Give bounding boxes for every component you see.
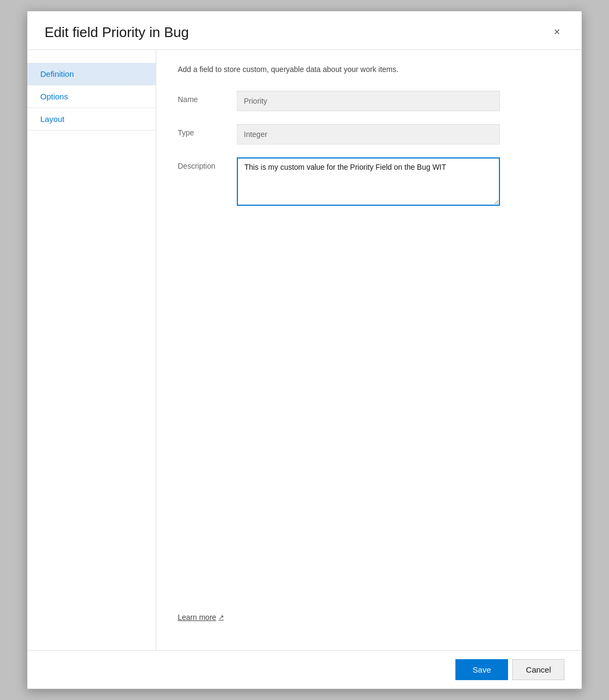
- dialog-header: Edit field Priority in Bug ×: [27, 11, 582, 50]
- dialog-title: Edit field Priority in Bug: [45, 24, 189, 41]
- sidebar: Definition Options Layout: [27, 50, 156, 650]
- description-form-group: Description This is my custom value for …: [178, 157, 560, 206]
- type-input[interactable]: [237, 124, 500, 145]
- description-textarea[interactable]: This is my custom value for the Priority…: [237, 157, 500, 206]
- sidebar-item-options[interactable]: Options: [27, 85, 156, 108]
- type-form-group: Type: [178, 124, 560, 145]
- close-button[interactable]: ×: [549, 24, 564, 39]
- content-description: Add a field to store custom, queryable d…: [178, 65, 560, 74]
- edit-field-dialog: Edit field Priority in Bug × Definition …: [27, 11, 582, 689]
- cancel-button[interactable]: Cancel: [512, 659, 564, 680]
- learn-more-label: Learn more: [178, 613, 216, 622]
- type-label: Type: [178, 124, 237, 137]
- name-input[interactable]: [237, 91, 500, 111]
- name-form-group: Name: [178, 91, 560, 111]
- dialog-footer: Save Cancel: [27, 650, 582, 689]
- save-button[interactable]: Save: [455, 659, 508, 680]
- dialog-body: Definition Options Layout Add a field to…: [27, 50, 582, 650]
- description-label: Description: [178, 157, 237, 170]
- name-label: Name: [178, 91, 237, 104]
- content-spacer: [178, 219, 560, 604]
- external-link-icon: ↗: [219, 614, 224, 621]
- learn-more-link[interactable]: Learn more ↗: [178, 613, 224, 622]
- learn-more-section: Learn more ↗: [178, 604, 560, 635]
- sidebar-item-definition[interactable]: Definition: [27, 63, 156, 85]
- main-content: Add a field to store custom, queryable d…: [156, 50, 582, 650]
- sidebar-item-layout[interactable]: Layout: [27, 108, 156, 131]
